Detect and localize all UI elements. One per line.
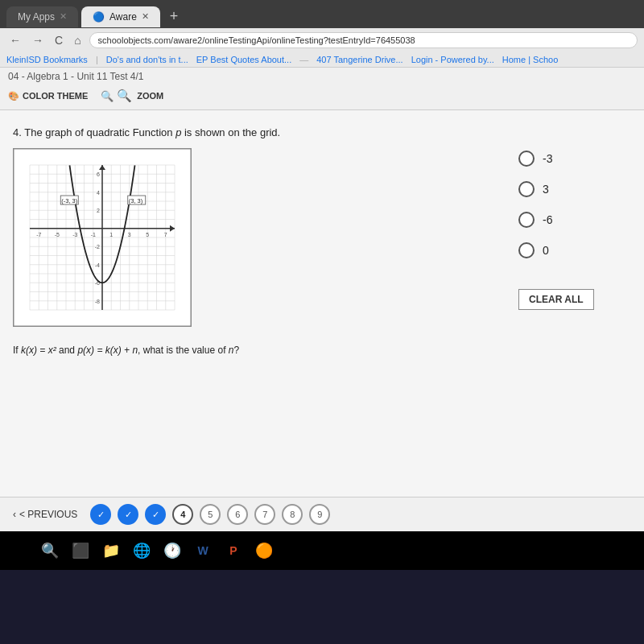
taskbar: ⊞ 🔍 ⬛ 📁 🌐 🕐 W P 🟠 (0, 531, 644, 570)
graph-canvas (14, 149, 191, 326)
taskview-icon[interactable]: ⬛ (68, 538, 93, 564)
tab-label: Aware (109, 11, 137, 23)
app-icon[interactable]: 🟠 (251, 538, 277, 564)
page-9[interactable]: 9 (309, 504, 330, 525)
page-4[interactable]: 4 (172, 504, 193, 525)
previous-button[interactable]: ‹ < PREVIOUS (13, 509, 77, 520)
page-number: 8 (290, 510, 295, 519)
choice-item-2[interactable]: 3 (518, 181, 631, 197)
bookmark-kleinISD[interactable]: KleinISD Bookmarks (6, 55, 88, 64)
choice-item-3[interactable]: -6 (518, 212, 631, 228)
browser-icon[interactable]: 🌐 (129, 538, 155, 564)
forward-button[interactable]: → (29, 32, 47, 48)
page-number: 9 (317, 510, 322, 519)
bookmark-quotes[interactable]: EP Best Quotes About... (196, 55, 291, 64)
choice-item-4[interactable]: 0 (518, 242, 631, 258)
page-number: 5 (208, 510, 213, 519)
formula-text: If k(x) = x² and p(x) = k(x) + n, what i… (13, 345, 502, 356)
address-bar[interactable]: schoolobjects.com/aware2/onlineTestingAp… (89, 32, 638, 48)
question-area: 4. The graph of quadratic Function p is … (13, 126, 502, 481)
toolbar: 🎨 COLOR THEME 🔍 🔍 ZOOM (8, 85, 636, 106)
tab-label: My Apps (18, 11, 55, 23)
zoom-out-icon[interactable]: 🔍 (101, 90, 114, 102)
aware-icon: 🔵 (93, 11, 105, 23)
radio-button-2[interactable] (518, 181, 535, 197)
page-7[interactable]: 7 (254, 504, 275, 525)
choice-value-1: -3 (543, 152, 552, 165)
search-taskbar-icon[interactable]: 🔍 (37, 538, 63, 564)
home-button[interactable]: ⌂ (71, 32, 84, 48)
radio-button-4[interactable] (518, 242, 535, 258)
page-number: 7 (262, 510, 267, 519)
checkmark-icon: ✓ (125, 510, 132, 520)
new-tab-button[interactable]: + (163, 5, 185, 28)
clear-all-button[interactable]: CLEAR ALL (518, 289, 594, 310)
word-icon[interactable]: W (190, 538, 216, 564)
bottom-nav: ‹ < PREVIOUS ✓ ✓ ✓ 4 5 6 7 8 9 (0, 497, 644, 531)
prev-icon: ‹ (13, 509, 16, 520)
powerpoint-icon[interactable]: P (221, 538, 246, 564)
reload-button[interactable]: C (52, 32, 66, 48)
bookmark-login[interactable]: Login - Powered by... (411, 55, 494, 64)
page-number: 6 (235, 510, 240, 519)
question-body: The graph of quadratic Function p is sho… (24, 126, 280, 138)
answer-choices: -3 3 -6 0 CLEAR ALL (518, 126, 631, 481)
choice-value-2: 3 (543, 183, 549, 196)
tab-close-icon[interactable]: ✕ (60, 11, 67, 22)
bookmarks-bar: KleinISD Bookmarks | Do's and don'ts in … (0, 52, 644, 68)
bookmark-home[interactable]: Home | Schoo (502, 55, 559, 64)
tab-my-apps[interactable]: My Apps ✕ (6, 6, 78, 27)
zoom-in-icon[interactable]: 🔍 (117, 89, 132, 103)
back-button[interactable]: ← (6, 32, 24, 48)
main-content: 4. The graph of quadratic Function p is … (0, 110, 644, 497)
tab-aware[interactable]: 🔵 Aware ✕ (81, 6, 160, 27)
zoom-label: ZOOM (137, 91, 163, 101)
checkmark-icon: ✓ (152, 510, 159, 520)
clock-icon[interactable]: 🕐 (159, 538, 185, 564)
question-text: 4. The graph of quadratic Function p is … (13, 126, 502, 138)
start-icon[interactable]: ⊞ (6, 538, 32, 564)
color-theme-label: COLOR THEME (23, 91, 88, 101)
page-1[interactable]: ✓ (90, 504, 111, 525)
browser-frame: My Apps ✕ 🔵 Aware ✕ + ← → C ⌂ schoolobje… (0, 0, 644, 68)
graph-container (13, 148, 192, 327)
tab-bar: My Apps ✕ 🔵 Aware ✕ + (0, 0, 644, 28)
checkmark-icon: ✓ (97, 510, 105, 520)
page-2[interactable]: ✓ (118, 504, 138, 525)
page-5[interactable]: 5 (200, 504, 221, 525)
choice-value-3: -6 (543, 213, 552, 226)
color-theme-button[interactable]: 🎨 COLOR THEME (8, 91, 88, 101)
choice-value-4: 0 (543, 244, 549, 257)
page-3[interactable]: ✓ (145, 504, 166, 525)
app-header: 04 - Algebra 1 - Unit 11 Test 4/1 🎨 COLO… (0, 68, 644, 110)
nav-bar: ← → C ⌂ schoolobjects.com/aware2/onlineT… (0, 28, 644, 52)
bookmark-tangerine[interactable]: 407 Tangerine Drive... (316, 55, 402, 64)
prev-label: < PREVIOUS (19, 509, 77, 520)
choice-item-1[interactable]: -3 (518, 151, 631, 167)
page-8[interactable]: 8 (282, 504, 303, 525)
folder-icon[interactable]: 📁 (98, 538, 124, 564)
breadcrumb: 04 - Algebra 1 - Unit 11 Test 4/1 (8, 71, 636, 82)
radio-button-1[interactable] (518, 151, 535, 167)
bookmark-dos[interactable]: Do's and don'ts in t... (106, 55, 188, 64)
tab-close-aware-icon[interactable]: ✕ (142, 11, 149, 22)
radio-button-3[interactable] (518, 212, 535, 228)
palette-icon: 🎨 (8, 91, 19, 101)
page-number: 4 (180, 510, 185, 519)
page-6[interactable]: 6 (227, 504, 248, 525)
